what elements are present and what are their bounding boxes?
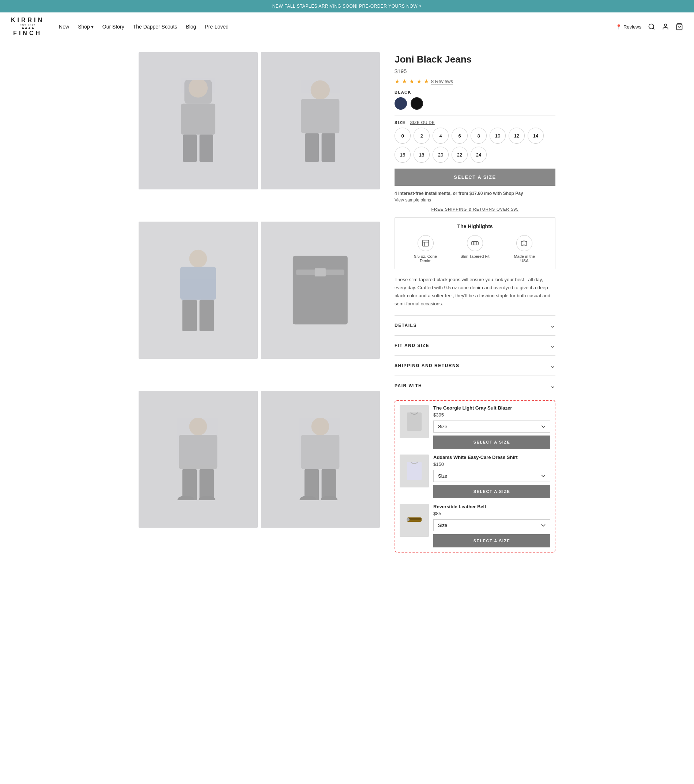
cart-button[interactable] (676, 23, 683, 30)
size-btn-8[interactable]: 8 (471, 128, 487, 144)
product-image-5[interactable] (138, 391, 258, 528)
star-3: ★ (409, 78, 414, 85)
review-count[interactable]: 8 Reviews (431, 79, 453, 84)
shop-pay-text: 4 interest-free installments, or from $1… (394, 191, 556, 196)
product-image-2[interactable] (261, 52, 380, 189)
pair-select-btn-3[interactable]: SELECT A SIZE (433, 534, 550, 547)
color-swatch-navy[interactable] (394, 97, 407, 110)
size-btn-0[interactable]: 0 (394, 128, 410, 144)
size-btn-22[interactable]: 22 (452, 147, 468, 163)
accordion-shipping-header[interactable]: SHIPPING AND RETURNS ⌄ (394, 356, 556, 376)
accordion-details-header[interactable]: DETAILS ⌄ (394, 316, 556, 335)
search-button[interactable] (648, 23, 655, 30)
size-btn-20[interactable]: 20 (433, 147, 448, 163)
nav-new[interactable]: New (59, 24, 69, 30)
star-4: ★ (417, 78, 422, 85)
search-icon (648, 23, 655, 30)
svg-rect-33 (407, 412, 422, 431)
size-btn-4[interactable]: 4 (433, 128, 448, 144)
pair-name-2: Addams White Easy-Care Dress Shirt (433, 455, 550, 460)
size-btn-10[interactable]: 10 (490, 128, 506, 144)
highlight-fit: Slim Tapered Fit (460, 235, 489, 263)
svg-rect-19 (315, 268, 326, 276)
reviews-button[interactable]: 📍 Reviews (616, 24, 641, 30)
nav-shop[interactable]: Shop ▾ (78, 24, 94, 30)
size-btn-6[interactable]: 6 (452, 128, 468, 144)
star-1: ★ (394, 78, 400, 85)
highlight-denim-label: 9.5 oz. Cone Denim (411, 254, 440, 263)
nav-preloved[interactable]: Pre-Loved (205, 24, 229, 30)
logo-bottom: FINCH (13, 30, 42, 36)
highlight-fit-label: Slim Tapered Fit (460, 254, 489, 259)
rating-stars: ★ ★ ★ ★ ★ 8 Reviews (394, 78, 556, 85)
nav-scouts[interactable]: The Dapper Scouts (133, 24, 177, 30)
svg-point-13 (190, 250, 207, 268)
announcement-text: NEW FALL STAPLES ARRIVING SOON! PRE-ORDE… (272, 4, 422, 9)
free-shipping-link[interactable]: FREE SHIPPING & RETURNS OVER $95 (394, 207, 556, 211)
accordion-pair-header[interactable]: PAIR WITH ⌄ (394, 376, 556, 396)
accordion-shipping-title: SHIPPING AND RETURNS (394, 363, 460, 368)
accordion-fit-size: FIT AND SIZE ⌄ (394, 335, 556, 356)
denim-icon (417, 235, 434, 251)
pair-item-3: Reversible Leather Belt $85 Size XS S M … (400, 504, 550, 547)
header-actions: 📍 Reviews (616, 23, 683, 30)
svg-rect-21 (179, 435, 218, 469)
details-chevron-icon: ⌄ (550, 321, 556, 329)
nav-story[interactable]: Our Story (102, 24, 124, 30)
pair-size-select-2[interactable]: Size XS S M L XL (433, 470, 550, 482)
pair-with-section: The Georgie Light Gray Suit Blazer $395 … (394, 400, 556, 553)
pair-size-select-1[interactable]: Size XS S M L XL (433, 420, 550, 433)
fit-chevron-icon: ⌄ (550, 341, 556, 349)
svg-rect-32 (423, 240, 429, 247)
pair-select-btn-2[interactable]: SELECT A SIZE (433, 485, 550, 498)
fit-icon (467, 235, 483, 251)
svg-rect-16 (199, 300, 214, 331)
pair-name-1: The Georgie Light Gray Suit Blazer (433, 405, 550, 411)
announcement-bar[interactable]: NEW FALL STAPLES ARRIVING SOON! PRE-ORDE… (0, 0, 694, 12)
view-sample-link[interactable]: View sample plans (394, 198, 556, 203)
pair-item-1: The Georgie Light Gray Suit Blazer $395 … (400, 405, 550, 449)
product-price: $195 (394, 68, 556, 74)
accordion-details: DETAILS ⌄ (394, 315, 556, 335)
pair-size-select-3[interactable]: Size XS S M L XL (433, 519, 550, 531)
color-swatch-black[interactable] (410, 97, 423, 110)
size-btn-16[interactable]: 16 (394, 147, 410, 163)
shop-pay-amount: $17.60 (470, 191, 483, 196)
color-label: BLACK (394, 90, 556, 94)
logo[interactable]: KIRRIN EST 2015 FINCH (11, 17, 44, 36)
usa-icon (516, 235, 532, 251)
highlights-items: 9.5 oz. Cone Denim Slim Tapered Fit Made… (401, 235, 549, 263)
size-btn-12[interactable]: 12 (509, 128, 525, 144)
reviews-label: Reviews (623, 24, 641, 30)
pin-icon: 📍 (616, 24, 621, 30)
pair-select-btn-1[interactable]: SELECT A SIZE (433, 435, 550, 449)
pair-price-1: $395 (433, 412, 550, 418)
logo-dots (22, 28, 34, 29)
accordion-shipping: SHIPPING AND RETURNS ⌄ (394, 356, 556, 376)
select-size-button[interactable]: SELECT A SIZE (394, 168, 556, 186)
shop-pay-suffix: /mo with (484, 191, 502, 196)
product-image-3[interactable] (138, 222, 258, 359)
svg-rect-5 (181, 104, 215, 135)
size-guide-link[interactable]: SIZE GUIDE (410, 120, 434, 125)
svg-rect-7 (199, 135, 213, 162)
pair-with-content: The Georgie Light Gray Suit Blazer $395 … (394, 396, 556, 557)
svg-point-2 (664, 24, 667, 27)
size-btn-18[interactable]: 18 (414, 147, 430, 163)
accordion-fit-header[interactable]: FIT AND SIZE ⌄ (394, 336, 556, 356)
svg-rect-12 (322, 133, 335, 162)
size-btn-14[interactable]: 14 (528, 128, 544, 144)
pair-price-3: $85 (433, 511, 550, 516)
shipping-chevron-icon: ⌄ (550, 362, 556, 370)
product-image-1[interactable] (138, 52, 258, 189)
product-image-6[interactable] (261, 391, 380, 528)
size-btn-2[interactable]: 2 (414, 128, 430, 144)
size-btn-24[interactable]: 24 (471, 147, 487, 163)
svg-point-37 (407, 518, 409, 521)
product-image-4[interactable] (261, 222, 380, 359)
svg-line-1 (653, 28, 654, 30)
account-button[interactable] (662, 23, 669, 30)
nav-blog[interactable]: Blog (186, 24, 196, 30)
svg-rect-15 (183, 300, 197, 331)
logo-est: EST 2015 (20, 23, 35, 27)
